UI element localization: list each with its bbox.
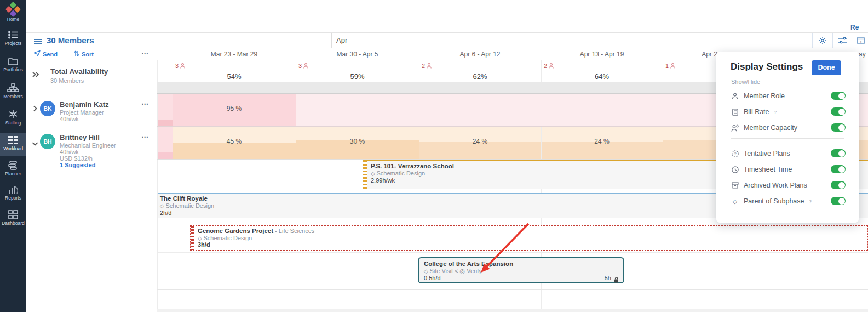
calendar-icon: 1 bbox=[857, 36, 865, 44]
sidebar-item-projects[interactable]: Projects bbox=[0, 30, 26, 50]
phase-diamond-icon: ◇ bbox=[371, 171, 376, 177]
grid-settings-button[interactable] bbox=[812, 33, 832, 48]
member-more-button[interactable]: ⋯ bbox=[141, 100, 149, 108]
horizontal-scrollbar[interactable] bbox=[157, 309, 868, 312]
grid-left-border bbox=[157, 33, 158, 309]
week-header: Apr 13 - Apr 19 bbox=[541, 50, 663, 60]
toggle-row-parent-of-subphase[interactable]: ◇ Parent of Subphase ? bbox=[731, 196, 846, 207]
plan-title: Genome Gardens Project - Life Sciences bbox=[198, 228, 314, 234]
week-header: Mar 23 - Mar 29 bbox=[173, 50, 296, 60]
week-header: Apr 6 - Apr 12 bbox=[419, 50, 541, 60]
toggle-row-member-role[interactable]: Member Role bbox=[731, 90, 846, 101]
done-button[interactable]: Done bbox=[812, 60, 841, 75]
availability-percent: 64% bbox=[541, 72, 663, 81]
member-row-brittney[interactable]: BH Brittney Hill Mechanical Engineer 40h… bbox=[26, 126, 157, 175]
toggle-row-member-capacity[interactable]: Member Capacity bbox=[731, 122, 846, 133]
avatar[interactable]: BK bbox=[40, 101, 55, 116]
projects-icon bbox=[0, 30, 26, 39]
plan-bar-college-arts[interactable]: College of the Arts Expansion ◇ Site Vis… bbox=[418, 257, 624, 283]
sidebar-item-label: Dashboard bbox=[0, 220, 26, 226]
sidebar-item-workload[interactable]: Workload bbox=[0, 133, 26, 156]
svg-text:1: 1 bbox=[860, 40, 862, 44]
display-settings-button[interactable] bbox=[832, 33, 853, 48]
member-capacity: 40h/wk bbox=[60, 116, 79, 122]
staffing-icon bbox=[0, 109, 26, 119]
tentative-plans-toggle[interactable] bbox=[831, 149, 846, 157]
plan-phase: ◇ Site Visit < ◎ Verify bbox=[424, 268, 482, 275]
overbooked-count: 3 bbox=[298, 63, 308, 69]
show-hide-label: Show/Hide bbox=[731, 78, 760, 85]
plan-hours: 2h/d bbox=[160, 209, 171, 216]
sliders-icon bbox=[838, 37, 847, 44]
sort-button[interactable]: Sort bbox=[74, 50, 94, 58]
tentative-plans-icon: ? bbox=[731, 150, 739, 157]
plan-bar-genome-gardens[interactable]: Genome Gardens Project - Life Sciences ◇… bbox=[190, 225, 868, 251]
plan-phase: ◇ Schematic Design bbox=[160, 202, 214, 209]
tentative-stripe bbox=[363, 161, 367, 189]
send-button[interactable]: Send bbox=[34, 50, 58, 58]
person-icon bbox=[303, 63, 308, 69]
member-role-toggle[interactable] bbox=[831, 92, 846, 100]
suggested-link[interactable]: 1 Suggested bbox=[60, 162, 95, 168]
bill-rate-toggle[interactable] bbox=[831, 107, 846, 116]
bill-rate-icon bbox=[731, 109, 739, 116]
sidebar-item-label: Reports bbox=[0, 195, 26, 201]
member-more-button[interactable]: ⋯ bbox=[141, 133, 149, 141]
toggle-row-archived-work-plans[interactable]: Archived Work Plans bbox=[731, 180, 846, 191]
archived-work-plans-toggle[interactable] bbox=[831, 181, 846, 189]
member-name: Brittney Hill bbox=[60, 133, 100, 141]
sidebar-item-portfolios[interactable]: Portfolios bbox=[0, 57, 26, 77]
total-availability-row[interactable]: Total Availability 30 Members bbox=[26, 60, 157, 93]
person-icon bbox=[670, 63, 675, 69]
utilization-value: 45 % bbox=[173, 138, 296, 145]
utilization-value: 95 % bbox=[173, 105, 296, 112]
overbooked-count: 1 bbox=[665, 63, 675, 69]
members-icon bbox=[0, 83, 26, 93]
dashboard-icon bbox=[0, 210, 26, 219]
members-count-title[interactable]: 30 Members bbox=[47, 36, 94, 45]
expand-all-icon[interactable] bbox=[32, 70, 39, 80]
plan-hours: 2.99h/wk bbox=[371, 177, 395, 184]
timesheet-time-toggle[interactable] bbox=[831, 165, 846, 173]
workload-icon bbox=[0, 135, 26, 145]
member-list-menu-icon[interactable] bbox=[34, 37, 42, 47]
send-icon bbox=[34, 50, 41, 58]
summary-subtitle: 30 Members bbox=[50, 77, 84, 84]
availability-percent: 54% bbox=[173, 72, 296, 81]
plan-phase: ◇ Schematic Design bbox=[198, 235, 252, 241]
date-jump-button[interactable]: 1 bbox=[853, 33, 868, 48]
sidebar-item-dashboard[interactable]: Dashboard bbox=[0, 210, 26, 230]
reports-icon bbox=[0, 185, 26, 194]
plan-phase: ◇ Schematic Design bbox=[371, 170, 425, 177]
sidebar-item-planner[interactable]: Planner bbox=[0, 161, 26, 180]
parent-of-subphase-toggle[interactable] bbox=[831, 197, 846, 205]
toggle-row-tentative-plans[interactable]: ? Tentative Plans bbox=[731, 148, 846, 159]
members-panel-spacer bbox=[26, 175, 157, 309]
help-icon: ? bbox=[809, 199, 812, 204]
members-more-button[interactable]: ⋯ bbox=[141, 49, 149, 58]
util-cell-band bbox=[158, 152, 173, 159]
sidebar-item-reports[interactable]: Reports bbox=[0, 185, 26, 205]
reset-link[interactable]: Re bbox=[850, 24, 859, 31]
sidebar-nav: Home Projects Portfolios Members Staffin… bbox=[0, 0, 26, 312]
sidebar-item-label: Projects bbox=[0, 41, 26, 46]
sort-icon bbox=[74, 50, 79, 58]
toggle-row-bill-rate[interactable]: Bill Rate ? bbox=[731, 106, 846, 117]
workload-app: Home Projects Portfolios Members Staffin… bbox=[0, 0, 868, 312]
plan-title: P.S. 101- Verrazzano School bbox=[371, 163, 454, 169]
member-role-icon bbox=[731, 93, 739, 100]
member-row-benjamin[interactable]: BK Benjamin Katz Project Manager 40h/wk … bbox=[26, 93, 157, 126]
toggle-row-timesheet-time[interactable]: Timesheet Time bbox=[731, 164, 846, 175]
overbooked-count: 2 bbox=[544, 63, 554, 69]
chevron-down-icon[interactable] bbox=[32, 138, 38, 148]
sidebar-item-label: Portfolios bbox=[0, 67, 26, 72]
member-capacity-toggle[interactable] bbox=[831, 123, 846, 132]
avatar[interactable]: BH bbox=[40, 134, 55, 149]
sidebar-item-home[interactable]: Home bbox=[0, 2, 26, 25]
sidebar-item-staffing[interactable]: Staffing bbox=[0, 109, 26, 129]
panel-title: Display Settings bbox=[731, 61, 803, 72]
member-rate: USD $132/h bbox=[60, 155, 93, 162]
overbooked-count: 3 bbox=[175, 63, 185, 69]
sidebar-item-members[interactable]: Members bbox=[0, 83, 26, 103]
chevron-right-icon[interactable] bbox=[33, 104, 37, 114]
